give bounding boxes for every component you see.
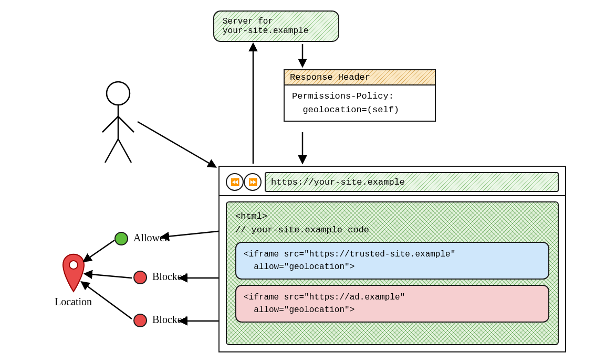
iframe-trusted-box: <iframe src="https://trusted-site.exampl… [235,242,549,280]
iframe-ad-box: <iframe src="https://ad.example" allow="… [235,285,549,323]
browser-toolbar: ⏪ ⏩ https://your-site.example [220,167,565,196]
svg-line-5 [118,139,131,163]
response-header-box: Response Header Permissions-Policy: geol… [284,69,436,122]
svg-line-2 [102,116,118,132]
location-label: Location [55,296,92,308]
arrow-allowed-to-pin [84,240,114,261]
status-label-blocked-1: Blocked [152,271,187,283]
iframe-ad-line1: <iframe src="https://ad.example" [244,291,541,304]
browser-viewport: <html> // your-site.example code <iframe… [226,201,559,345]
server-line1: Server for [223,17,330,26]
arrow-html-to-allowed [162,231,223,237]
url-text: https://your-site.example [271,177,405,187]
forward-button[interactable]: ⏩ [244,173,262,191]
status-dot-blocked-2 [133,314,147,327]
browser-window: ⏪ ⏩ https://your-site.example <html> // … [218,166,566,352]
location-pin-icon [63,254,84,292]
url-bar[interactable]: https://your-site.example [265,172,559,192]
response-header-title: Response Header [285,70,435,85]
response-line1: Permissions-Policy: [292,90,427,103]
svg-point-0 [107,82,130,105]
iframe-trusted-line2: allow="geolocation"> [244,261,541,273]
user-stickfigure [102,82,134,163]
svg-line-4 [105,139,118,163]
server-line2: your-site.example [223,26,330,36]
status-label-blocked-2: Blocked [152,314,187,326]
code-html-open: <html> [235,210,549,223]
back-button[interactable]: ⏪ [226,173,244,191]
rewind-icon: ⏪ [231,178,239,187]
svg-point-6 [69,261,78,269]
arrow-blocked1-to-pin [85,274,132,278]
arrow-user-to-browser [138,122,215,167]
status-label-allowed: Allowed [133,232,170,244]
response-line2: geolocation=(self) [292,103,427,117]
status-dot-blocked-1 [133,271,147,284]
iframe-trusted-line1: <iframe src="https://trusted-site.exampl… [244,248,541,261]
svg-line-3 [118,116,134,132]
code-comment: // your-site.example code [235,223,549,237]
fastforward-icon: ⏩ [248,178,257,187]
status-dot-allowed [114,232,128,245]
iframe-ad-line2: allow="geolocation"> [244,304,541,316]
server-box: Server for your-site.example [213,10,339,42]
